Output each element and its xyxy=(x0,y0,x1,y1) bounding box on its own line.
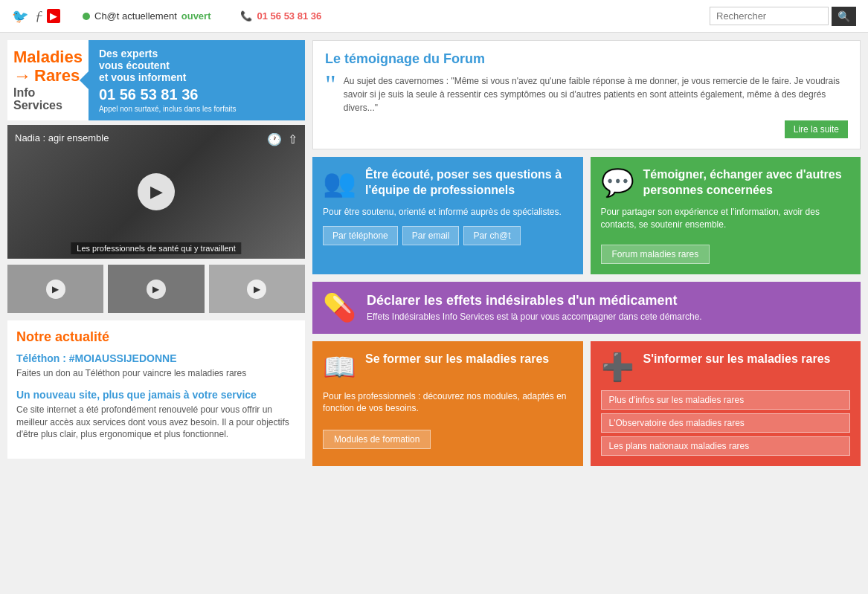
lire-suite-area: Lire la suite xyxy=(325,120,848,138)
seformer-header: 📖 Se former sur les maladies rares xyxy=(323,352,573,383)
sinformer-title: S'informer sur les maladies rares xyxy=(643,352,831,367)
modules-formation-button[interactable]: Modules de formation xyxy=(323,430,431,449)
bubble-line1: Des experts xyxy=(99,48,295,59)
forum-button[interactable]: Forum maladies rares xyxy=(601,245,710,264)
actualite-title: Notre actualité xyxy=(16,329,296,345)
play-button[interactable]: ▶ xyxy=(138,173,175,210)
video-thumb-1[interactable]: ▶ xyxy=(7,265,103,313)
temoignage-quote-text: Au sujet des cavernomes : "Même si vous … xyxy=(344,74,848,114)
logo-rares: → Rares xyxy=(13,66,80,85)
video-thumbnails: ▶ ▶ ▶ xyxy=(7,265,305,313)
declarer-content: Déclarer les effets indésirables d'un mé… xyxy=(367,293,702,322)
social-links: 🐦 𝓯 ▶ xyxy=(12,8,60,25)
bubble-line3: et vous informent xyxy=(99,71,295,83)
video-icons: 🕐 ⇧ xyxy=(267,132,298,146)
sinformer-buttons: Plus d'infos sur les maladies rares L'Ob… xyxy=(601,390,851,456)
ecoute-header: 👥 Être écouté, poser ses questions à l'é… xyxy=(323,167,573,198)
topbar: 🐦 𝓯 ▶ Ch@t actuellement ouvert 📞 01 56 5… xyxy=(0,0,868,33)
sinformer-icon: ➕ xyxy=(601,352,634,383)
share-icon[interactable]: ⇧ xyxy=(288,132,298,146)
phone-info: 📞 01 56 53 81 36 xyxy=(240,10,321,22)
declarer-desc: Effets Indésirables Info Services est là… xyxy=(367,311,702,322)
temoigner-card: 💬 Témoigner, échanger avec d'autres pers… xyxy=(591,157,861,274)
news-link-2[interactable]: Un nouveau site, plus que jamais à votre… xyxy=(16,389,296,401)
sinformer-btn-1[interactable]: Plus d'infos sur les maladies rares xyxy=(601,390,851,410)
temoigner-icon: 💬 xyxy=(601,167,634,198)
video-caption: Les professionnels de santé qui y travai… xyxy=(71,242,241,254)
ecoute-card: 👥 Être écouté, poser ses questions à l'é… xyxy=(312,157,583,274)
phone-number[interactable]: 01 56 53 81 36 xyxy=(257,10,321,22)
seformer-desc: Pour les professionnels : découvrez nos … xyxy=(323,390,573,416)
sinformer-header: ➕ S'informer sur les maladies rares xyxy=(601,352,851,383)
left-column: Maladies → Rares Info Services Des exper… xyxy=(7,40,305,466)
logo-bubble: Des experts vous écoutent et vous inform… xyxy=(89,40,305,120)
ecoute-title: Être écouté, poser ses questions à l'équ… xyxy=(365,167,573,198)
search-input[interactable] xyxy=(710,7,829,25)
actualite-section: Notre actualité Téléthon : #MOIAUSSIJEDO… xyxy=(7,320,305,459)
facebook-icon[interactable]: 𝓯 xyxy=(36,8,39,24)
news-item-2: Un nouveau site, plus que jamais à votre… xyxy=(16,389,296,441)
email-button[interactable]: Par email xyxy=(402,226,460,245)
logo-text-area: Maladies → Rares Info Services xyxy=(7,40,89,120)
chat-label: Ch@t actuellement xyxy=(94,10,177,22)
lire-suite-button[interactable]: Lire la suite xyxy=(785,120,848,138)
youtube-icon[interactable]: ▶ xyxy=(47,9,60,23)
bubble-note: Appel non surtaxé, inclus dans les forfa… xyxy=(99,105,295,113)
temoigner-desc: Pour partager son expérience et l'inform… xyxy=(601,206,851,231)
temoignage-box: Le témoignage du Forum " Au sujet des ca… xyxy=(312,40,861,149)
bubble-phone-number: 01 56 53 81 36 xyxy=(99,86,295,103)
main-video[interactable]: Nadia : agir ensemble 🕐 ⇧ ▶ Les professi… xyxy=(7,125,305,259)
logo-maladies: Maladies xyxy=(13,48,83,66)
sinformer-btn-2[interactable]: L'Observatoire des maladies rares xyxy=(601,413,851,433)
twitter-icon[interactable]: 🐦 xyxy=(12,8,28,25)
thumb-play-icon-2: ▶ xyxy=(147,280,166,299)
main-container: Maladies → Rares Info Services Des exper… xyxy=(0,33,868,474)
ecoute-buttons: Par téléphone Par email Par ch@t xyxy=(323,226,573,245)
video-thumb-2[interactable]: ▶ xyxy=(108,265,204,313)
logo-arrow-icon: → xyxy=(13,66,31,85)
ecoute-icon: 👥 xyxy=(323,167,356,198)
sinformer-btn-3[interactable]: Les plans nationaux maladies rares xyxy=(601,436,851,456)
video-thumb-3[interactable]: ▶ xyxy=(209,265,305,313)
clock-icon: 🕐 xyxy=(267,132,282,146)
seformer-icon: 📖 xyxy=(323,352,356,383)
search-area: 🔍 xyxy=(710,7,856,26)
news-item-1: Téléthon : #MOIAUSSIJEDONNE Faites un do… xyxy=(16,352,296,380)
middle-cards-row: 👥 Être écouté, poser ses questions à l'é… xyxy=(312,157,861,274)
chat-button[interactable]: Par ch@t xyxy=(463,226,520,245)
right-column: Le témoignage du Forum " Au sujet des ca… xyxy=(312,40,861,466)
declarer-title: Déclarer les effets indésirables d'un mé… xyxy=(367,293,702,309)
quote-mark-icon: " xyxy=(325,74,336,96)
phone-icon: 📞 xyxy=(240,10,252,22)
ecoute-desc: Pour être soutenu, orienté et informé au… xyxy=(323,206,573,219)
temoigner-title: Témoigner, échanger avec d'autres person… xyxy=(643,167,851,198)
temoignage-title: Le témoignage du Forum xyxy=(325,51,848,67)
video-title: Nadia : agir ensemble xyxy=(15,132,109,143)
declarer-card[interactable]: 💊 Déclarer les effets indésirables d'un … xyxy=(312,282,861,334)
chat-dot-icon xyxy=(83,13,90,20)
news-text-2: Ce site internet a été profondément reno… xyxy=(16,404,296,441)
bottom-cards-row: 📖 Se former sur les maladies rares Pour … xyxy=(312,341,861,466)
telephone-button[interactable]: Par téléphone xyxy=(323,226,398,245)
declarer-icon: 💊 xyxy=(323,292,356,323)
sinformer-card: ➕ S'informer sur les maladies rares Plus… xyxy=(591,341,861,466)
thumb-play-icon-3: ▶ xyxy=(247,280,266,299)
seformer-title: Se former sur les maladies rares xyxy=(365,352,549,367)
logo-services: Services xyxy=(13,99,62,112)
news-text-1: Faites un don au Téléthon pour vaincre l… xyxy=(16,367,296,380)
bubble-line2: vous écoutent xyxy=(99,59,295,71)
news-link-1[interactable]: Téléthon : #MOIAUSSIJEDONNE xyxy=(16,352,296,364)
thumb-play-icon-1: ▶ xyxy=(46,280,65,299)
seformer-card: 📖 Se former sur les maladies rares Pour … xyxy=(312,341,583,466)
chat-open-status[interactable]: ouvert xyxy=(181,10,211,22)
temoigner-header: 💬 Témoigner, échanger avec d'autres pers… xyxy=(601,167,851,198)
logo-box: Maladies → Rares Info Services Des exper… xyxy=(7,40,305,120)
temoignage-quote-area: " Au sujet des cavernomes : "Même si vou… xyxy=(325,74,848,114)
search-button[interactable]: 🔍 xyxy=(832,7,856,26)
chat-status: Ch@t actuellement ouvert xyxy=(83,10,210,22)
logo-info: Info xyxy=(13,86,35,100)
